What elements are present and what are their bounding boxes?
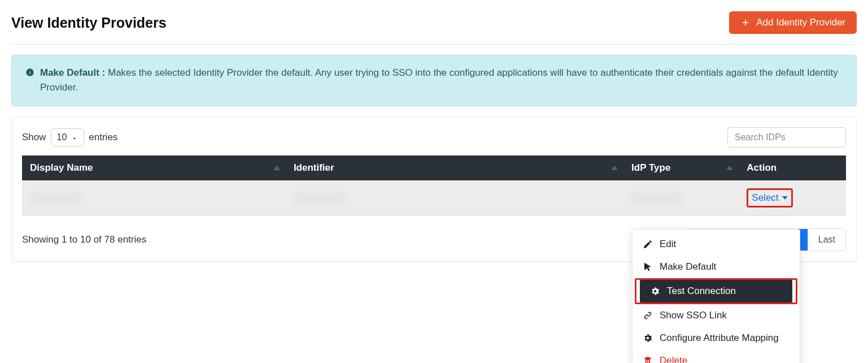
redacted-value	[294, 192, 344, 204]
sort-icon	[726, 166, 733, 170]
info-label: Make Default :	[40, 67, 105, 78]
link-icon	[643, 310, 653, 321]
show-label: Show	[22, 132, 46, 143]
menu-configure-attr-label: Configure Attribute Mapping	[660, 332, 779, 344]
table-header-row: Display Name Identifier IdP Type Action	[22, 155, 846, 180]
menu-edit-label: Edit	[660, 239, 676, 250]
show-entries: Show 10 entries	[22, 128, 117, 146]
menu-test-connection-label: Test Connection	[667, 286, 736, 297]
info-text: Make Default : Makes the selected Identi…	[40, 66, 843, 96]
table-row: Select	[22, 180, 846, 216]
row-action-label: Select	[752, 192, 778, 204]
col-idp-type-label: IdP Type	[631, 162, 670, 173]
menu-make-default-label: Make Default	[660, 261, 716, 273]
plus-icon	[740, 18, 751, 28]
menu-show-sso-link[interactable]: Show SSO Link	[633, 304, 800, 327]
page-title: View Identity Providers	[11, 15, 167, 31]
idp-table: Display Name Identifier IdP Type Action	[22, 155, 846, 216]
menu-edit[interactable]: Edit	[633, 233, 800, 256]
menu-delete[interactable]: Delete	[633, 349, 800, 363]
menu-test-connection[interactable]: Test Connection	[640, 280, 792, 302]
info-body: Makes the selected Identity Provider the…	[40, 67, 838, 93]
info-banner: Make Default : Makes the selected Identi…	[11, 55, 857, 106]
add-button-label: Add Identity Provider	[756, 17, 845, 28]
cursor-icon	[643, 262, 653, 272]
menu-make-default[interactable]: Make Default	[633, 256, 800, 278]
page-last[interactable]: Last	[808, 229, 845, 250]
cell-identifier	[286, 180, 623, 216]
cell-action: Select	[739, 180, 846, 216]
col-identifier[interactable]: Identifier	[286, 155, 623, 180]
redacted-value	[30, 192, 81, 204]
gear-icon	[643, 333, 653, 343]
caret-down-icon	[782, 196, 788, 200]
gears-icon	[650, 286, 660, 296]
table-toolbar: Show 10 entries	[22, 127, 846, 148]
page-size-select[interactable]: 10	[51, 128, 85, 146]
info-icon	[25, 67, 34, 96]
page-size-value: 10	[57, 132, 67, 142]
trash-icon	[643, 356, 653, 363]
col-display-name-label: Display Name	[30, 162, 93, 173]
search-input[interactable]	[727, 127, 846, 148]
col-display-name[interactable]: Display Name	[22, 155, 286, 180]
entries-label: entries	[89, 132, 117, 143]
add-identity-provider-button[interactable]: Add Identity Provider	[729, 11, 857, 34]
menu-show-sso-link-label: Show SSO Link	[660, 310, 727, 321]
redacted-value	[631, 192, 682, 204]
cell-idp-type	[623, 180, 739, 216]
menu-test-connection-highlight: Test Connection	[635, 278, 797, 304]
col-identifier-label: Identifier	[294, 162, 334, 173]
menu-delete-label: Delete	[660, 355, 687, 363]
row-action-menu: Edit Make Default Test Connection Show S…	[632, 229, 800, 363]
cell-display-name	[22, 180, 286, 216]
page-header: View Identity Providers Add Identity Pro…	[11, 11, 857, 45]
sort-icon	[273, 166, 280, 170]
showing-text: Showing 1 to 10 of 78 entries	[22, 234, 146, 245]
col-action-label: Action	[747, 162, 777, 173]
edit-icon	[643, 239, 653, 249]
col-idp-type[interactable]: IdP Type	[623, 155, 739, 180]
menu-configure-attribute-mapping[interactable]: Configure Attribute Mapping	[633, 327, 800, 349]
col-action: Action	[739, 155, 846, 180]
chevron-down-icon	[71, 134, 78, 141]
row-action-select[interactable]: Select	[747, 188, 792, 208]
idp-table-card: Show 10 entries Display Name	[11, 116, 857, 262]
sort-icon	[611, 166, 618, 170]
